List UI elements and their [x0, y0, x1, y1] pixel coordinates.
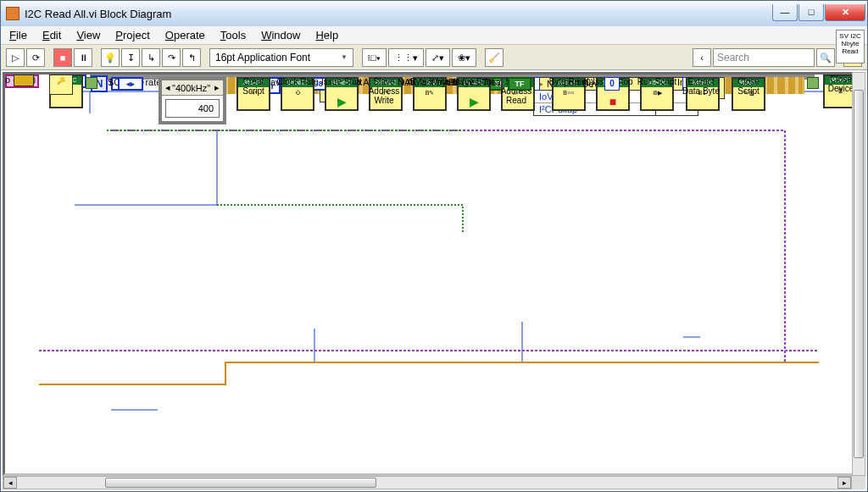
highlight-button[interactable]: 💡 [101, 48, 120, 67]
toolbar: ▷ ⟳ ■ ⏸ 💡 ↧ ↳ ↷ ↰ 16pt Application Font … [1, 45, 867, 70]
reorder-button[interactable]: ❀▾ [452, 48, 476, 67]
retain-button[interactable]: ↧ [121, 48, 140, 67]
vi-icon[interactable]: SV I2C Nbyte Read [836, 30, 865, 64]
align-button[interactable]: ፧□▾ [362, 48, 387, 67]
terminal-scl-rate[interactable]: ◂▸ [118, 77, 143, 91]
menu-view[interactable]: View [76, 29, 100, 41]
scroll-corner [852, 476, 865, 489]
menu-operate[interactable]: Operate [165, 29, 205, 41]
step-in-button[interactable]: ↳ [142, 48, 160, 67]
run-cont-button[interactable]: ⟳ [26, 48, 45, 67]
scroll-left-icon[interactable]: ◂ [3, 477, 17, 489]
for-loop[interactable]: N "3.33MH 3333 HS SCL rate ◂▸ HS M [90, 75, 815, 80]
window-title: I2C Read All.vi Block Diagram [25, 8, 771, 20]
step-out-button[interactable]: ↰ [182, 48, 201, 67]
pause-button[interactable]: ⏸ [74, 48, 92, 67]
minimize-button[interactable]: — [772, 4, 798, 21]
cleanup-button[interactable]: 🧹 [485, 48, 504, 67]
step-over-button[interactable]: ↷ [162, 48, 181, 67]
resize-button[interactable]: ⤢▾ [426, 48, 450, 67]
h-scrollbar[interactable]: ◂ ▸ [3, 476, 852, 489]
run-button[interactable]: ▷ [6, 48, 25, 67]
search-prev-button[interactable]: ‹ [693, 48, 711, 67]
app-icon [6, 7, 19, 20]
menu-edit[interactable]: Edit [42, 29, 61, 41]
menu-file[interactable]: File [9, 29, 27, 41]
search-input[interactable]: Search [713, 48, 815, 67]
label-port: port (0) [564, 77, 593, 87]
tunnel [807, 77, 819, 89]
tunnel [86, 77, 97, 89]
prim-open-device[interactable]: 🔑 [49, 75, 73, 95]
h-scroll-thumb[interactable] [105, 478, 376, 488]
menu-help[interactable]: Help [315, 29, 338, 41]
terminal-error-in[interactable] [14, 75, 34, 86]
font-selector[interactable]: 16pt Application Font [209, 48, 353, 67]
close-button[interactable]: ✕ [825, 4, 865, 21]
menu-bar: File Edit View Project Operate Tools Win… [1, 26, 867, 45]
block-diagram[interactable]: Loops I32 st name I/O o error) N "3.33MH [5, 75, 865, 476]
menu-tools[interactable]: Tools [220, 29, 246, 41]
menu-window[interactable]: Window [261, 29, 300, 41]
distribute-button[interactable]: ⋮⋮▾ [388, 48, 424, 67]
label-nak: NAK last byte? (yes:T) [398, 77, 491, 87]
abort-button[interactable]: ■ [53, 48, 72, 67]
const-port[interactable]: 0 [604, 77, 620, 91]
menu-project[interactable]: Project [115, 29, 149, 41]
v-scroll-thumb[interactable] [854, 90, 864, 458]
search-go-button[interactable]: 🔍 [816, 48, 835, 67]
maximize-button[interactable]: □ [798, 4, 824, 21]
v-scrollbar[interactable] [852, 72, 865, 476]
scroll-right-icon[interactable]: ▸ [837, 477, 851, 489]
ring-scl-rate[interactable]: "400kHz" 400 [159, 77, 226, 124]
const-tf-nak[interactable]: TF [508, 77, 531, 91]
